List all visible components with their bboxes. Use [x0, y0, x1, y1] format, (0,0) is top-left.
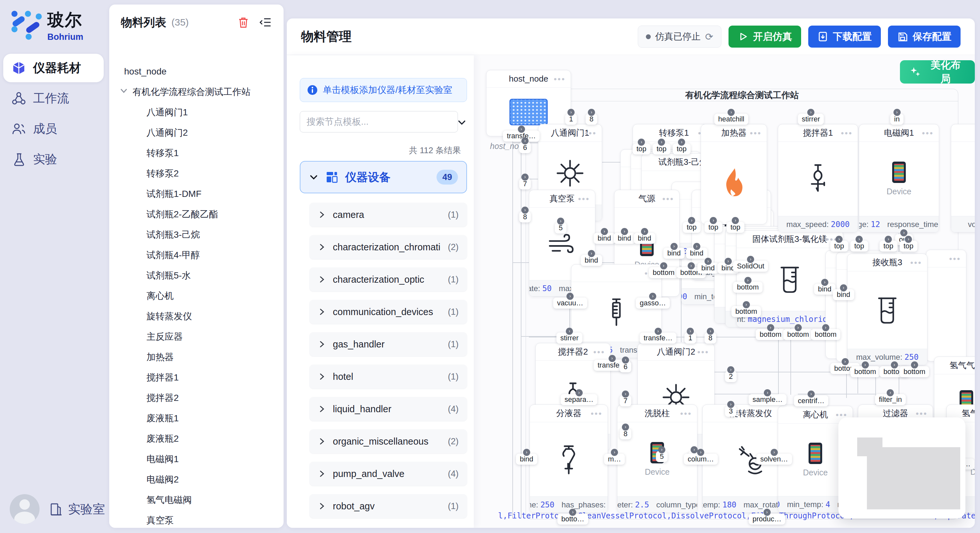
- start-simulation-button[interactable]: 开启仿真: [729, 25, 801, 48]
- tree-item[interactable]: 主反应器: [109, 327, 283, 347]
- port-solven[interactable]: solven…: [756, 454, 792, 465]
- node-menu-icon[interactable]: •••: [750, 128, 762, 138]
- template-search-input[interactable]: [300, 111, 458, 132]
- port-bottom[interactable]: bottom: [811, 329, 840, 340]
- port-stirrer[interactable]: stirrer: [557, 333, 582, 344]
- port-SolidOut[interactable]: SolidOut: [733, 261, 768, 272]
- category-row-characterization_optic[interactable]: characterization_optic(1): [310, 268, 467, 292]
- category-row-robot_agv[interactable]: robot_agv(1): [310, 494, 467, 518]
- port-8[interactable]: 8: [620, 428, 631, 439]
- node-menu-icon[interactable]: •••: [922, 128, 934, 138]
- tree-item[interactable]: 电磁阀1: [109, 449, 283, 469]
- node-menu-icon[interactable]: •••: [554, 74, 565, 84]
- category-row-camera[interactable]: camera(1): [310, 203, 467, 227]
- node-menu-icon[interactable]: •••: [916, 408, 928, 418]
- port-bottom[interactable]: bottom: [756, 329, 785, 340]
- tree-item[interactable]: 转移泵2: [109, 163, 283, 184]
- tree-item[interactable]: 试剂瓶1-DMF: [109, 184, 283, 204]
- node-stirrer-1[interactable]: 搅拌器1•••max_speed: 2000: [778, 124, 858, 233]
- node-menu-icon[interactable]: •••: [949, 254, 961, 263]
- port-top[interactable]: top: [705, 222, 722, 233]
- port-centrif[interactable]: centrif…: [794, 395, 828, 406]
- sidebar-item-experiments[interactable]: 实验: [3, 145, 104, 174]
- avatar[interactable]: [10, 494, 40, 524]
- chevron-down-icon[interactable]: [457, 117, 467, 127]
- node-menu-icon[interactable]: •••: [841, 128, 853, 138]
- port-3[interactable]: 3: [725, 406, 737, 417]
- port-6[interactable]: 6: [620, 362, 631, 373]
- port-bind[interactable]: bind: [614, 233, 635, 244]
- port-7[interactable]: 7: [620, 395, 631, 406]
- tree-item[interactable]: 试剂瓶5-水: [109, 265, 283, 286]
- port-8[interactable]: 8: [705, 333, 716, 344]
- tree-item[interactable]: 搅拌器1: [109, 367, 283, 388]
- port-bind[interactable]: bind: [663, 248, 685, 259]
- category-row-characterization_chromatic[interactable]: characterization_chromatic(2): [310, 235, 467, 259]
- port-top[interactable]: top: [653, 143, 670, 154]
- category-row-hotel[interactable]: hotel(1): [310, 365, 467, 389]
- port-1[interactable]: 1: [684, 333, 696, 344]
- port-colum[interactable]: colum…: [684, 454, 718, 465]
- port-vacuu[interactable]: vacuu…: [553, 298, 587, 309]
- tree-item[interactable]: 电磁阀2: [109, 469, 283, 490]
- port-botto[interactable]: botto…: [557, 514, 588, 525]
- node-menu-icon[interactable]: •••: [591, 408, 603, 418]
- node-separator[interactable]: 分液器•••volume: 250has_phases: true: [530, 405, 608, 513]
- node-menu-icon[interactable]: •••: [662, 194, 674, 204]
- port-top[interactable]: top: [850, 241, 868, 252]
- tree-item[interactable]: 加热器: [109, 347, 283, 367]
- port-bottom[interactable]: bottom: [850, 366, 880, 377]
- port-top[interactable]: top: [633, 143, 651, 154]
- flow-canvas[interactable]: 有机化学流程综合测试工作站 host_node•••host_no…八通阀门1•…: [474, 56, 975, 528]
- port-top[interactable]: top: [880, 241, 897, 252]
- sidebar-item-instruments[interactable]: 仪器耗材: [3, 54, 104, 82]
- tree-item[interactable]: 旋转蒸发仪: [109, 306, 283, 327]
- port-stirrer[interactable]: stirrer: [798, 114, 824, 125]
- node-menu-icon[interactable]: •••: [910, 257, 922, 268]
- tree-item[interactable]: 废液瓶1: [109, 408, 283, 428]
- node-menu-icon[interactable]: •••: [585, 128, 597, 138]
- port-bottom[interactable]: bottom: [900, 366, 929, 377]
- category-row-organic_miscellaneous[interactable]: organic_miscellaneous(2): [310, 429, 467, 453]
- node-menu-icon[interactable]: •••: [697, 347, 709, 357]
- refresh-icon[interactable]: ⟳: [705, 31, 713, 43]
- node-menu-icon[interactable]: •••: [680, 408, 692, 418]
- node-solenoid-valve-1[interactable]: 电磁阀1•••Devicevoltage: 12response_time: 0…: [859, 124, 939, 233]
- port-gasso[interactable]: gasso…: [636, 298, 670, 309]
- chevron-down-icon[interactable]: [119, 86, 132, 97]
- port-bind[interactable]: bind: [516, 454, 537, 465]
- node-receiver-bottle-3[interactable]: 接收瓶3•••max_volume: 250: [847, 254, 928, 365]
- port-filterin[interactable]: filter_in: [875, 394, 906, 405]
- tree-item[interactable]: 氢气电磁阀: [109, 490, 283, 510]
- category-group-instruments[interactable]: 仪器设备 49: [300, 161, 467, 194]
- tree-item[interactable]: 转移泵1: [109, 143, 283, 163]
- sidebar-item-workflow[interactable]: 工作流: [3, 84, 104, 113]
- port-bind[interactable]: bind: [686, 248, 708, 259]
- sidebar-item-members[interactable]: 成员: [3, 115, 104, 143]
- port-6[interactable]: 6: [519, 142, 531, 153]
- port-bind[interactable]: bind: [697, 263, 719, 274]
- tree-item[interactable]: 废液瓶2: [109, 428, 283, 449]
- port-top[interactable]: top: [673, 143, 690, 154]
- node-receiver-ghost[interactable]: •••: [926, 250, 966, 362]
- tree-item[interactable]: host_node: [109, 61, 283, 82]
- port-5[interactable]: 5: [656, 451, 668, 462]
- port-1[interactable]: 1: [565, 114, 577, 125]
- simulation-status-pill[interactable]: 仿真已停止 ⟳: [638, 25, 721, 48]
- save-config-button[interactable]: 保存配置: [888, 25, 961, 48]
- port-bind[interactable]: bind: [634, 233, 655, 244]
- collapse-list-icon[interactable]: [259, 16, 272, 29]
- port-sample[interactable]: sample…: [749, 394, 786, 405]
- port-top[interactable]: top: [900, 241, 918, 252]
- port-bottom[interactable]: bottom: [783, 329, 813, 340]
- port-bind[interactable]: bind: [581, 255, 602, 266]
- port-8[interactable]: 8: [519, 211, 531, 222]
- port-top[interactable]: top: [830, 241, 848, 252]
- port-separa[interactable]: separa…: [561, 394, 597, 405]
- port-in[interactable]: in: [890, 114, 904, 125]
- port-bottom[interactable]: bottom: [649, 267, 678, 278]
- tree-item[interactable]: 有机化学流程综合测试工作站: [109, 82, 283, 102]
- tree-item[interactable]: 八通阀门2: [109, 122, 283, 143]
- tree-item[interactable]: 搅拌器2: [109, 388, 283, 408]
- tree-item[interactable]: 真空泵: [109, 510, 283, 528]
